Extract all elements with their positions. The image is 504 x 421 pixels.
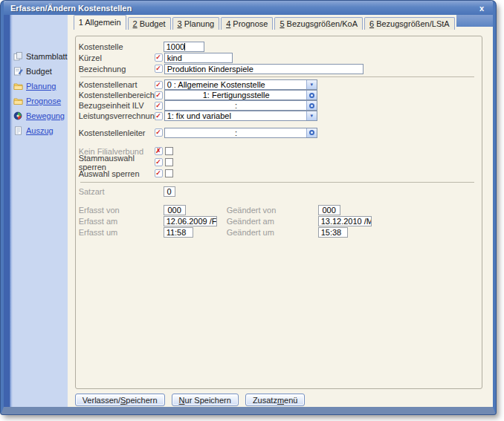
- lookup-icon[interactable]: [306, 101, 317, 110]
- check-icon[interactable]: ✓: [155, 112, 163, 120]
- tab-bezugsgroessen-lsta[interactable]: 6 Bezugsgrößen/LStA: [364, 17, 455, 30]
- kostenstellenart-select[interactable]: 0 : Allgemeine Kostenstelle▼: [164, 79, 317, 90]
- erfasst-um-field: 11:58: [164, 227, 193, 238]
- kostenstellenbereich-value: 1: Fertigungsstelle: [203, 91, 270, 99]
- tab-bar: 1 Allgemein 2 Budget 3 Planung 4 Prognos…: [68, 15, 493, 30]
- check-icon[interactable]: ✓: [155, 91, 163, 99]
- kostenstelle-value: 1000: [167, 42, 184, 51]
- tab-planung[interactable]: 3 Planung: [172, 17, 220, 30]
- geaendert-am-field: 13.12.2010 /Mo: [318, 216, 372, 226]
- erfasst-von-value: 000: [167, 206, 181, 215]
- erfasst-um-value: 11:58: [167, 228, 187, 237]
- text-caret: [184, 43, 185, 50]
- leistungsverrechnung-label: Leistungsverrechnung: [79, 111, 155, 120]
- zusatzmenu-button[interactable]: Zusatzmenü: [245, 394, 306, 406]
- button-label: Verlassen/: [83, 396, 120, 405]
- bezeichnung-label: Bezeichnung: [79, 65, 155, 74]
- tab-label-rest: Prognose: [230, 19, 268, 28]
- bezugseinheit-ilv-value: :: [235, 101, 237, 110]
- erfasst-am-label: Erfasst am: [79, 217, 164, 226]
- button-bar: Verlassen/Speichern Nur Speichern Zusatz…: [75, 394, 482, 406]
- kostenstellenleiter-select[interactable]: :: [164, 128, 317, 138]
- satzart-value: 0: [167, 187, 172, 196]
- button-mnemonic: N: [179, 396, 185, 405]
- lookup-ring-icon: [309, 103, 314, 108]
- button-label-rest: peichern: [126, 396, 157, 405]
- tabstrip-filler: [456, 15, 493, 27]
- tab-bezugsgroessen-koa[interactable]: 5 Bezugsgrößen/KoA: [274, 17, 363, 30]
- sidebar-item-label: Bewegung: [26, 111, 65, 120]
- leistungsverrechnung-value: 1: fix und variabel: [167, 111, 231, 120]
- budget-icon: [13, 67, 23, 76]
- check-icon[interactable]: ✓: [155, 102, 163, 110]
- dropdown-arrow-icon[interactable]: ▼: [306, 80, 317, 89]
- sidebar: Stammblatt Budget Planung Prognose Beweg…: [4, 15, 68, 407]
- leistungsverrechnung-select[interactable]: 1: fix und variabel▼: [164, 111, 317, 121]
- erfasst-am-field: 12.06.2009 /Fr: [164, 216, 217, 226]
- stammauswahl-sperren-checkbox[interactable]: [165, 158, 173, 166]
- kuerzel-input[interactable]: kind: [164, 53, 233, 63]
- sidebar-item-auszug[interactable]: Auszug: [4, 123, 68, 138]
- kostenstelle-input[interactable]: 1000: [164, 42, 204, 52]
- bezugseinheit-ilv-select[interactable]: :: [164, 100, 317, 111]
- check-icon[interactable]: ✓: [155, 81, 163, 89]
- lookup-icon[interactable]: [306, 128, 317, 137]
- button-label-rest: ur Speichern: [185, 396, 231, 405]
- close-icon[interactable]: x: [477, 4, 486, 13]
- tab-prognose[interactable]: 4 Prognose: [221, 17, 273, 30]
- folder-icon: [13, 82, 23, 91]
- auswahl-sperren-checkbox[interactable]: [165, 169, 173, 177]
- tab-label-rest: Budget: [138, 19, 166, 28]
- kostenstelle-label: Kostenstelle: [79, 42, 164, 51]
- kostenstellenleiter-value: :: [235, 128, 237, 137]
- kein-filialverbund-checkbox[interactable]: [165, 147, 173, 155]
- erfasst-am-value: 12.06.2009 /Fr: [167, 217, 217, 226]
- sidebar-item-label: Prognose: [26, 97, 61, 105]
- geaendert-von-label: Geändert von: [227, 206, 317, 215]
- verlassen-speichern-button[interactable]: Verlassen/Speichern: [75, 394, 165, 406]
- nur-speichern-button[interactable]: Nur Speichern: [172, 394, 239, 406]
- check-icon[interactable]: ✓: [155, 65, 163, 73]
- dropdown-arrow-icon[interactable]: ▼: [306, 111, 317, 120]
- sidebar-item-label: Planung: [26, 82, 56, 91]
- document-icon: [13, 126, 23, 135]
- auswahl-sperren-label: Auswahl sperren: [79, 169, 155, 178]
- bezeichnung-value: Produktion Kinderspiele: [167, 65, 253, 74]
- kuerzel-label: Kürzel: [79, 53, 155, 62]
- kostenstellenbereich-label: Kostenstellenbereich: [79, 91, 155, 99]
- sidebar-item-label: Stammblatt: [26, 52, 68, 61]
- geaendert-um-field: 15:38: [318, 227, 348, 238]
- sidebar-item-budget[interactable]: Budget: [4, 64, 68, 79]
- tab-label: 1 Allgemein: [79, 18, 121, 27]
- lookup-icon[interactable]: [306, 91, 317, 99]
- sidebar-item-prognose[interactable]: Prognose: [4, 94, 68, 108]
- kostenstellenleiter-label: Kostenstellenleiter: [79, 128, 155, 137]
- geaendert-am-value: 13.12.2010 /Mo: [321, 217, 372, 226]
- sidebar-item-bewegung[interactable]: Bewegung: [4, 108, 68, 123]
- check-icon[interactable]: ✓: [155, 169, 163, 177]
- check-icon[interactable]: ✓: [155, 53, 163, 62]
- satzart-field: 0: [164, 186, 175, 197]
- window-title: Erfassen/Ändern Kostenstellen: [10, 4, 477, 13]
- erfasst-um-label: Erfasst um: [79, 228, 164, 237]
- main-area: 1 Allgemein 2 Budget 3 Planung 4 Prognos…: [68, 15, 493, 407]
- tab-budget[interactable]: 2 Budget: [128, 17, 171, 30]
- check-icon[interactable]: ✓: [155, 158, 163, 166]
- sidebar-item-label: Auszug: [26, 126, 54, 135]
- sidebar-item-stammblatt[interactable]: Stammblatt: [4, 49, 68, 64]
- check-icon[interactable]: ✓: [155, 128, 163, 137]
- window-titlebar[interactable]: Erfassen/Ändern Kostenstellen x: [4, 1, 493, 15]
- separator: [80, 76, 474, 77]
- kostenstellenbereich-select[interactable]: 1: Fertigungsstelle: [164, 90, 317, 100]
- kostenstellenart-label: Kostenstellenart: [79, 80, 155, 89]
- geaendert-am-label: Geändert am: [227, 217, 317, 226]
- sidebar-item-label: Budget: [26, 67, 52, 76]
- geaendert-um-value: 15:38: [321, 228, 342, 237]
- kostenstellenart-value: 0 : Allgemeine Kostenstelle: [167, 80, 265, 89]
- bezeichnung-input[interactable]: Produktion Kinderspiele: [164, 64, 364, 74]
- tab-label-rest: Bezugsgrößen/LStA: [374, 19, 450, 28]
- cross-icon[interactable]: ✗: [155, 147, 163, 155]
- sidebar-item-planung[interactable]: Planung: [4, 79, 68, 94]
- tab-allgemein[interactable]: 1 Allgemein: [74, 15, 126, 30]
- tab-label-rest: Bezugsgrößen/KoA: [285, 19, 358, 28]
